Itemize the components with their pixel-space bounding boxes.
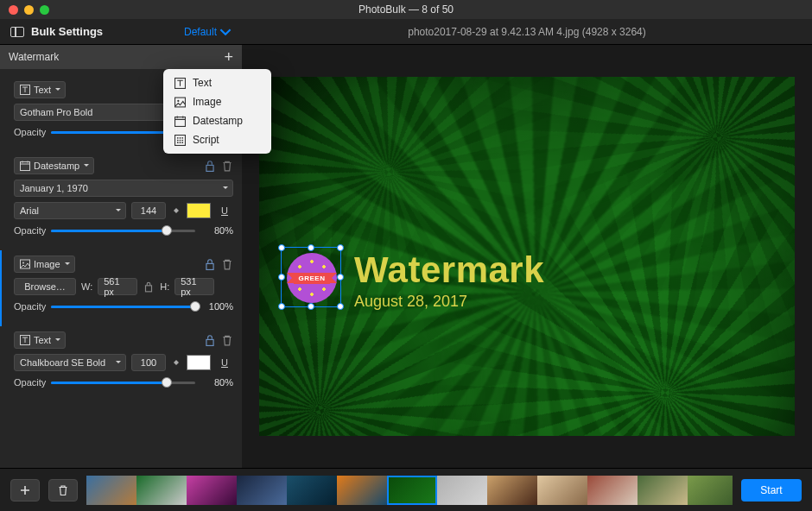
remove-files-button[interactable] (48, 479, 78, 502)
svg-rect-6 (146, 286, 152, 292)
preview-pane: Watermark August 28, 2017 GREEN (242, 45, 812, 468)
badge-text: GREEN (294, 273, 331, 284)
opacity-label: Opacity (14, 127, 46, 137)
resize-handle[interactable] (337, 303, 344, 310)
opacity-slider[interactable] (51, 376, 195, 388)
underline-toggle[interactable]: U (216, 355, 233, 370)
resize-handle[interactable] (337, 274, 344, 281)
chevron-down-icon (219, 26, 232, 38)
window-title: PhotoBulk — 8 of 50 (0, 3, 812, 16)
watermark-type-selector[interactable]: Text (14, 331, 66, 349)
size-stepper[interactable] (171, 203, 181, 218)
watermark-text-value: Watermark (354, 249, 544, 291)
watermark-image-selection[interactable]: GREEN (281, 247, 341, 307)
svg-rect-2 (206, 165, 213, 171)
watermark-badge: GREEN (287, 253, 337, 303)
thumbnail[interactable] (287, 476, 337, 505)
add-watermark-menu: Text Image Datestamp Script (163, 69, 271, 154)
svg-point-14 (176, 136, 178, 138)
opacity-label: Opacity (14, 225, 46, 236)
watermark-date-value: August 28, 2017 (354, 293, 544, 311)
height-label: H: (160, 281, 169, 292)
size-stepper[interactable] (171, 355, 181, 370)
opacity-label: Opacity (14, 377, 46, 388)
resize-handle[interactable] (308, 303, 314, 310)
thumbnail[interactable] (187, 476, 237, 505)
thumbnail[interactable] (587, 476, 638, 505)
add-watermark-button[interactable]: + (224, 49, 233, 65)
font-selector[interactable]: Chalkboard SE Bold (14, 354, 126, 371)
thumbnail[interactable] (638, 476, 688, 505)
watermark-type-selector[interactable]: Datestamp (14, 157, 94, 174)
font-size-field[interactable]: 144 (131, 202, 166, 219)
svg-point-15 (179, 136, 181, 138)
svg-rect-12 (174, 117, 185, 126)
underline-toggle[interactable]: U (216, 203, 233, 218)
thumbnail[interactable] (537, 476, 587, 505)
opacity-label: Opacity (14, 301, 46, 312)
sidebar-toggle-icon[interactable] (10, 27, 24, 37)
opacity-slider[interactable] (51, 224, 195, 237)
start-button[interactable]: Start (741, 479, 802, 502)
opacity-value: 80% (200, 225, 233, 236)
watermark-section-header: Watermark + (0, 45, 242, 69)
svg-rect-8 (206, 339, 213, 345)
opacity-value: 80% (200, 377, 233, 388)
lock-icon[interactable] (204, 160, 216, 172)
width-label: W: (81, 281, 92, 292)
thumbnail[interactable] (387, 476, 437, 505)
menu-item-script[interactable]: Script (163, 130, 271, 149)
trash-icon[interactable] (221, 160, 233, 172)
trash-icon[interactable] (221, 258, 233, 270)
color-swatch[interactable] (187, 203, 211, 218)
watermark-type-selector[interactable]: Text (14, 81, 66, 98)
svg-point-17 (176, 139, 178, 141)
thumbnail[interactable] (688, 476, 733, 505)
toolbar: Bulk Settings Default photo2017-08-29 at… (0, 19, 812, 45)
datestamp-icon (20, 161, 30, 171)
width-field[interactable]: 561 px (98, 278, 137, 295)
add-files-button[interactable] (10, 479, 40, 502)
resize-handle[interactable] (278, 303, 285, 310)
menu-item-image[interactable]: Image (163, 92, 271, 111)
browse-button[interactable]: Browse… (14, 278, 76, 295)
font-selector[interactable]: Arial (14, 202, 126, 219)
resize-handle[interactable] (337, 244, 344, 251)
plus-icon (19, 484, 31, 496)
thumbnail[interactable] (437, 476, 487, 505)
opacity-slider[interactable] (51, 300, 195, 312)
menu-item-text[interactable]: Text (163, 73, 271, 92)
thumbnail-strip[interactable] (86, 476, 733, 505)
resize-handle[interactable] (278, 244, 285, 251)
thumbnail[interactable] (487, 476, 537, 505)
preview-image[interactable]: Watermark August 28, 2017 GREEN (259, 77, 795, 436)
thumbnail[interactable] (86, 476, 136, 505)
menu-item-datestamp[interactable]: Datestamp (163, 111, 271, 130)
resize-handle[interactable] (278, 274, 285, 281)
preset-label: Default (184, 26, 217, 38)
lock-icon[interactable] (204, 258, 216, 270)
watermark-block-image: Image Browse… W: 561 px H: 531 px Opacit… (0, 250, 242, 326)
current-file-label: photo2017-08-29 at 9.42.13 AM 4.jpg (492… (242, 26, 812, 38)
watermark-text-overlay[interactable]: Watermark August 28, 2017 (354, 249, 544, 311)
watermark-section-title: Watermark (9, 51, 59, 63)
resize-handle[interactable] (308, 244, 314, 251)
thumbnail[interactable] (136, 476, 187, 505)
svg-point-19 (181, 139, 183, 141)
date-format-selector[interactable]: January 1, 1970 (14, 180, 233, 197)
image-icon (20, 259, 30, 269)
trash-icon[interactable] (221, 334, 233, 346)
font-size-field[interactable]: 100 (131, 354, 166, 371)
lock-icon[interactable] (204, 334, 216, 346)
datestamp-icon (174, 115, 186, 127)
bulk-settings-title: Bulk Settings (31, 25, 103, 38)
watermark-type-selector[interactable]: Image (14, 256, 75, 273)
height-field[interactable]: 531 px (174, 278, 214, 295)
font-selector[interactable]: Gotham Pro Bold (14, 104, 178, 121)
thumbnail[interactable] (337, 476, 387, 505)
preset-selector[interactable]: Default (184, 26, 232, 38)
thumbnail[interactable] (237, 476, 287, 505)
lock-aspect-icon[interactable] (143, 281, 155, 293)
color-swatch[interactable] (187, 355, 211, 370)
text-icon (174, 77, 186, 89)
